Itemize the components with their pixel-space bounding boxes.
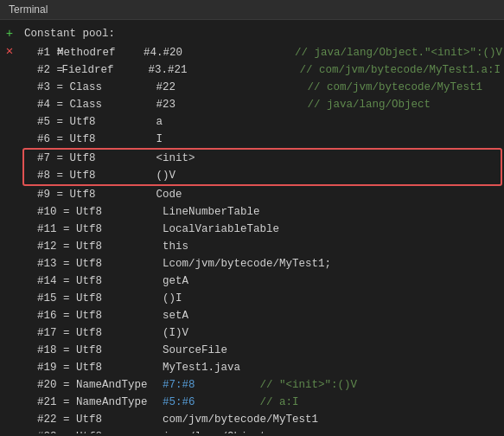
row-type: Utf8 [76,324,163,342]
table-row: #7 = Utf8 <init> [24,150,501,167]
row-value: #4.#20 [144,44,230,61]
row-index: #21 = [24,394,76,411]
table-row: #8 = Utf8 ()V [24,167,501,184]
row-index: #18 = [24,342,76,359]
row-index: #6 = [24,131,70,148]
table-row: #12 = Utf8 this [24,238,501,255]
row-type: Utf8 [70,167,156,184]
row-value: #3.#21 [148,61,234,79]
row-type: Utf8 [70,186,156,203]
row-value: LineNumberTable [163,203,260,221]
table-row: #17 = Utf8 (I)V [24,324,501,342]
row-value: Lcom/jvm/bytecode/MyTest1; [163,255,331,272]
row-index: #17 = [24,324,76,342]
row-value: setA [163,307,249,324]
row-type: NameAndType [76,376,163,394]
row-type: Utf8 [76,411,163,428]
table-row: #21 = NameAndType #5:#6 // a:I [24,394,501,411]
row-type: Utf8 [76,342,163,359]
row-type: Utf8 [76,255,163,272]
table-row: #19 = Utf8 MyTest1.java [24,359,501,376]
row-value: a [156,113,243,131]
section-label: Constant pool: [24,25,501,42]
row-type: Utf8 [76,428,163,433]
row-value: java/lang/Object [163,428,266,433]
row-type: NameAndType [76,394,163,411]
rows-container: #1 = Methodref #4.#20 // java/lang/Objec… [24,44,501,433]
row-index: #20 = [24,376,76,394]
row-value: #5:#6 [163,394,195,411]
row-index: #3 = [24,79,70,96]
row-index: #19 = [24,359,76,376]
row-value: I [156,131,243,148]
row-index: #5 = [24,113,70,131]
row-type: Utf8 [76,238,163,255]
row-type: Utf8 [70,113,156,131]
row-comment: // java/lang/Object [243,96,431,113]
highlighted-group: #7 = Utf8 <init> #8 = Utf8 ()V [22,148,502,186]
row-type: Utf8 [76,221,163,238]
row-index: #13 = [24,255,76,272]
row-type: Class [70,96,156,113]
row-index: #8 = [24,167,70,184]
row-value: #7:#8 [163,376,195,394]
row-type: Utf8 [76,359,163,376]
table-row: #13 = Utf8 Lcom/jvm/bytecode/MyTest1; [24,255,501,272]
row-index: #9 = [24,186,70,203]
row-value: LocalVariableTable [163,221,279,238]
row-comment: // "<init>":()V [195,376,358,394]
row-type: Utf8 [76,272,163,290]
row-index: #23 = [24,428,76,433]
title-label: Terminal [9,3,48,16]
row-comment: // com/jvm/bytecode/MyTest1 [243,79,483,96]
row-comment: // com/jvm/bytecode/MyTest1.a:I [234,61,501,79]
row-value: #22 [156,79,243,96]
row-type: Utf8 [70,150,156,167]
row-type: Utf8 [70,131,156,148]
row-index: #22 = [24,411,76,428]
row-value: SourceFile [163,342,249,359]
row-value: com/jvm/bytecode/MyTest1 [163,411,318,428]
table-row: #23 = Utf8 java/lang/Object [24,428,501,433]
row-value: <init> [156,150,243,167]
table-row: #14 = Utf8 getA [24,272,501,290]
table-row: #1 = Methodref #4.#20 // java/lang/Objec… [24,44,501,61]
row-value: getA [163,272,249,290]
row-value: ()V [156,167,243,184]
row-type: Utf8 [76,290,163,307]
row-type: Utf8 [76,307,163,324]
row-index: #14 = [24,272,76,290]
table-row: #5 = Utf8 a [24,113,501,131]
row-type: Utf8 [76,203,163,221]
plus-icon: + [6,25,13,42]
row-index: #15 = [24,290,76,307]
content-area: Constant pool: #1 = Methodref #4.#20 // … [19,20,504,433]
table-row: #2 = Fieldref #3.#21 // com/jvm/bytecode… [24,61,501,79]
row-index: #11 = [24,221,76,238]
row-type: Fieldref [61,61,148,79]
table-row: #9 = Utf8 Code [24,186,501,203]
row-comment: // java/lang/Object."<init>":()V [230,44,502,61]
table-row: #15 = Utf8 ()I [24,290,501,307]
table-row: #11 = Utf8 LocalVariableTable [24,221,501,238]
title-bar: Terminal [0,0,504,20]
row-value: this [163,238,249,255]
table-row: #6 = Utf8 I [24,131,501,148]
row-index: #7 = [24,150,70,167]
row-type: Methodref [57,44,144,61]
row-value: MyTest1.java [163,359,249,376]
table-row: #18 = Utf8 SourceFile [24,342,501,359]
table-row: #4 = Class #23 // java/lang/Object [24,96,501,113]
row-type: Class [70,79,156,96]
table-row: #3 = Class #22 // com/jvm/bytecode/MyTes… [24,79,501,96]
table-row: #16 = Utf8 setA [24,307,501,324]
row-comment: // a:I [195,394,299,411]
row-value: Code [156,186,243,203]
row-value: #23 [156,96,243,113]
row-index: #16 = [24,307,76,324]
row-index: #4 = [24,96,70,113]
row-value: ()I [163,290,249,307]
row-index: #10 = [24,203,76,221]
table-row: #10 = Utf8 LineNumberTable [24,203,501,221]
row-index: #1 = [24,44,57,61]
